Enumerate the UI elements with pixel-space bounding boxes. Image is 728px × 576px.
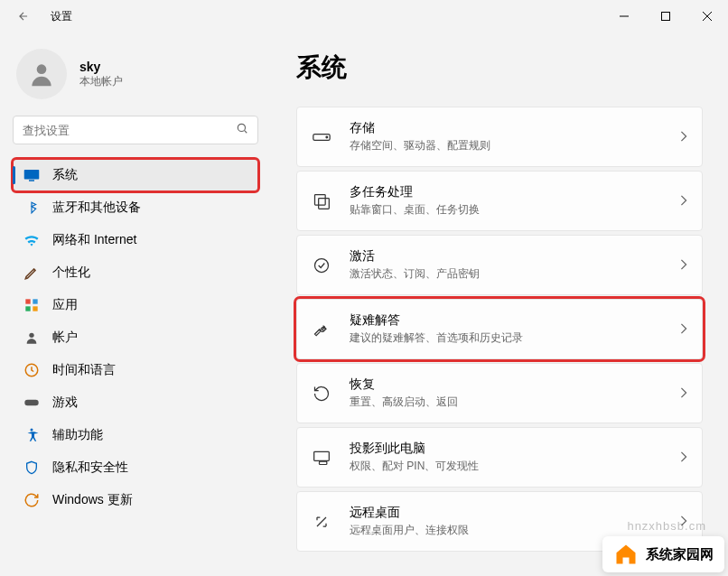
card-title: 远程桌面: [350, 505, 662, 521]
card-desc: 贴靠窗口、桌面、任务切换: [350, 202, 662, 218]
card-projecting[interactable]: 投影到此电脑权限、配对 PIN、可发现性: [296, 427, 703, 488]
user-name: sky: [79, 60, 123, 74]
nav-item-accounts[interactable]: 帐户: [13, 321, 258, 354]
nav-item-update[interactable]: Windows 更新: [13, 484, 258, 516]
svg-rect-12: [33, 306, 37, 311]
chevron-right-icon: [680, 321, 687, 338]
page-title: 系统: [296, 51, 703, 85]
multitask-icon: [312, 191, 331, 211]
card-list: 存储存储空间、驱动器、配置规则多任务处理贴靠窗口、桌面、任务切换激活激活状态、订…: [296, 107, 703, 552]
accounts-icon: [23, 330, 40, 346]
svg-rect-22: [314, 451, 330, 460]
svg-point-21: [315, 258, 329, 272]
svg-point-5: [238, 124, 245, 131]
minimize-button[interactable]: [603, 2, 645, 31]
nav-label: 应用: [52, 297, 78, 313]
card-desc: 权限、配对 PIN、可发现性: [350, 459, 662, 474]
nav-label: 游戏: [52, 395, 78, 411]
user-subtitle: 本地帐户: [79, 74, 123, 89]
card-title: 恢复: [350, 376, 662, 393]
nav-label: Windows 更新: [52, 492, 133, 508]
card-title: 疑难解答: [350, 312, 662, 329]
chevron-right-icon: [680, 450, 687, 466]
close-button[interactable]: [686, 2, 728, 31]
svg-rect-19: [315, 194, 326, 205]
card-body: 恢复重置、高级启动、返回: [350, 376, 662, 410]
content-area: sky 本地帐户 系统蓝牙和其他设备网络和 Internet个性化应用帐户时间和…: [0, 33, 728, 576]
main-panel: 系统 存储存储空间、驱动器、配置规则多任务处理贴靠窗口、桌面、任务切换激活激活状…: [271, 33, 728, 576]
nav-label: 个性化: [52, 265, 90, 281]
card-multitask[interactable]: 多任务处理贴靠窗口、桌面、任务切换: [296, 171, 703, 231]
svg-point-18: [326, 136, 328, 138]
nav-item-personalize[interactable]: 个性化: [13, 256, 258, 289]
card-desc: 重置、高级启动、返回: [350, 395, 662, 410]
personalize-icon: [23, 265, 40, 281]
svg-rect-20: [319, 198, 330, 209]
card-body: 激活激活状态、订阅、产品密钥: [350, 248, 662, 282]
troubleshoot-icon: [312, 320, 331, 339]
svg-point-4: [37, 64, 47, 74]
update-icon: [23, 492, 40, 508]
nav-label: 帐户: [52, 330, 78, 346]
house-icon: [613, 542, 639, 567]
search-box[interactable]: [13, 116, 258, 144]
nav-label: 系统: [52, 167, 78, 183]
svg-rect-23: [320, 461, 327, 464]
logo-text: 系统家园网: [646, 546, 714, 563]
svg-rect-1: [662, 13, 670, 21]
nav-item-apps[interactable]: 应用: [13, 289, 258, 321]
card-body: 存储存储空间、驱动器、配置规则: [350, 120, 662, 153]
nav-item-bluetooth[interactable]: 蓝牙和其他设备: [13, 191, 258, 224]
nav-list: 系统蓝牙和其他设备网络和 Internet个性化应用帐户时间和语言游戏辅助功能隐…: [13, 159, 258, 516]
nav-item-accessibility[interactable]: 辅助功能: [13, 419, 258, 451]
svg-rect-9: [25, 299, 30, 303]
nav-label: 蓝牙和其他设备: [52, 200, 141, 216]
nav-label: 隐私和安全性: [52, 460, 128, 476]
search-input[interactable]: [23, 124, 236, 137]
card-storage[interactable]: 存储存储空间、驱动器、配置规则: [296, 107, 703, 167]
nav-item-gaming[interactable]: 游戏: [13, 386, 258, 419]
svg-rect-15: [24, 400, 38, 405]
back-button[interactable]: [14, 7, 33, 25]
nav-item-privacy[interactable]: 隐私和安全性: [13, 451, 258, 484]
card-desc: 建议的疑难解答、首选项和历史记录: [350, 330, 662, 346]
nav-item-system[interactable]: 系统: [13, 159, 258, 191]
apps-icon: [23, 297, 40, 313]
chevron-right-icon: [680, 257, 687, 274]
recovery-icon: [312, 384, 331, 404]
nav-item-time[interactable]: 时间和语言: [13, 354, 258, 386]
chevron-right-icon: [680, 386, 687, 402]
projecting-icon: [312, 448, 331, 468]
svg-point-13: [29, 333, 33, 338]
activation-icon: [312, 255, 331, 275]
window-controls: [603, 2, 728, 31]
storage-icon: [312, 127, 331, 147]
card-title: 多任务处理: [350, 184, 662, 200]
svg-rect-10: [33, 299, 37, 303]
remote-icon: [312, 512, 331, 532]
card-body: 疑难解答建议的疑难解答、首选项和历史记录: [350, 312, 662, 346]
watermark: hnzxhbsb.cm: [627, 519, 706, 533]
nav-item-network[interactable]: 网络和 Internet: [13, 224, 258, 256]
avatar: [16, 49, 67, 99]
card-troubleshoot[interactable]: 疑难解答建议的疑难解答、首选项和历史记录: [296, 299, 703, 359]
app-title: 设置: [51, 9, 72, 24]
svg-line-6: [245, 131, 247, 134]
maximize-button[interactable]: [645, 2, 686, 31]
user-block[interactable]: sky 本地帐户: [13, 43, 258, 116]
card-recovery[interactable]: 恢复重置、高级启动、返回: [296, 363, 703, 423]
card-desc: 存储空间、驱动器、配置规则: [350, 138, 662, 153]
chevron-right-icon: [680, 129, 687, 145]
gaming-icon: [23, 395, 40, 411]
network-icon: [23, 232, 40, 248]
svg-rect-7: [24, 170, 40, 180]
chevron-right-icon: [680, 193, 687, 209]
svg-rect-11: [25, 306, 30, 311]
card-body: 远程桌面远程桌面用户、连接权限: [350, 505, 662, 538]
logo-badge: 系统家园网: [602, 536, 724, 572]
svg-rect-8: [29, 180, 34, 181]
title-bar: 设置: [0, 0, 728, 33]
search-icon: [236, 122, 248, 138]
card-title: 存储: [350, 120, 662, 136]
card-activation[interactable]: 激活激活状态、订阅、产品密钥: [296, 235, 703, 295]
